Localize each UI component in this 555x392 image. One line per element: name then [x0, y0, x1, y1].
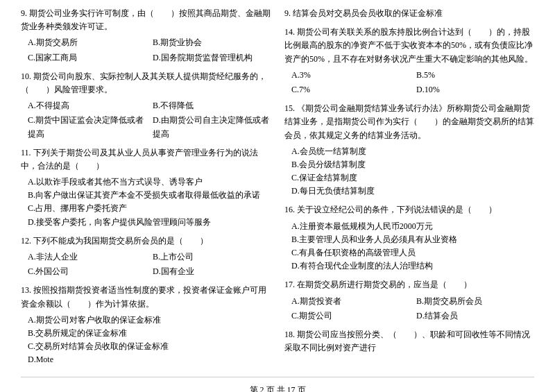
question-12-text: 12. 下列不能成为我国期货交易所会员的是（ ）	[21, 235, 271, 248]
q15-option-c: C.保证金结算制度	[291, 171, 534, 185]
page-footer: 第 2 页 共 17 页	[21, 384, 534, 393]
q16-option-c: C.有具备任职资格的高级管理人员	[291, 246, 534, 259]
page-divider	[21, 377, 534, 377]
q14-option-c: C.7%	[291, 83, 409, 96]
q11-option-c: C.占用、挪用客户委托资产	[28, 202, 271, 215]
question-13-options: A.期货公司对客户收取的保证金标准 B.交易所规定的保证金标准 C.交易所对结算…	[21, 314, 271, 367]
q9-option-a: A.期货交易所	[28, 36, 146, 49]
question-16-text: 16. 关于设立经纪公司的条件，下列说法错误的是（ ）	[284, 203, 534, 216]
left-column: 9. 期货公司业务实行许可制度，由（ ）按照其商品期货、金融期货业务种类颁发许可…	[21, 7, 271, 373]
question-9-text: 9. 期货公司业务实行许可制度，由（ ）按照其商品期货、金融期货业务种类颁发许可…	[21, 7, 271, 33]
q14-option-a: A.3%	[291, 69, 409, 82]
q13-option-d: D.Mote	[28, 353, 271, 366]
q17-option-a: A.期货投资者	[291, 295, 409, 308]
q14-option-d: D.10%	[416, 83, 534, 96]
q11-option-a: A.以欺诈手段或者其他不当方式误导、诱导客户	[28, 176, 271, 189]
question-9-right: 9. 结算会员对交易员会员收取的保证金标准	[284, 7, 534, 20]
q13-option-b: B.交易所规定的保证金标准	[28, 327, 271, 340]
question-17: 17. 在期货交易所进行期货交易的，应当是（ ） A.期货投资者 B.期货交易所…	[284, 278, 534, 323]
question-17-options: A.期货投资者 B.期货交易所会员 C.期货公司 D.结算会员	[284, 295, 534, 323]
question-10-options: A.不得提高 B.不得降低 C.期货中国证监会决定降低或者提高 D.由期货公司自…	[21, 99, 271, 141]
question-18: 18. 期货公司应当按照分类、（ ）、职龄和可回收性等不同情况采取不同比例对资产…	[284, 328, 534, 355]
question-15: 15. 《期货公司金融期货结算业务试行办法》所称期货公司金融期货结算业务，是指期…	[284, 102, 534, 198]
q13-option-a: A.期货公司对客户收取的保证金标准	[28, 314, 271, 327]
question-15-text: 15. 《期货公司金融期货结算业务试行办法》所称期货公司金融期货结算业务，是指期…	[284, 102, 534, 142]
question-11-text: 11. 下列关于期货公司及其从业人员从事资产管理业务行为的说法中，合法的是（ ）	[21, 146, 271, 173]
q16-option-d: D.有符合现代企业制度的法人治理结构	[291, 259, 534, 273]
q9-option-c: C.国家工商局	[28, 51, 146, 65]
q12-option-d: D.国有企业	[153, 265, 271, 278]
question-14: 14. 期货公司有关联关系的股东持股比例合计达到（ ）的，持股比例最高的股东的净…	[284, 26, 534, 96]
question-15-options: A.会员统一结算制度 B.会员分级结算制度 C.保证金结算制度 D.每日无负债结…	[284, 145, 534, 198]
q15-option-d: D.每日无负债结算制度	[291, 185, 534, 198]
question-12: 12. 下列不能成为我国期货交易所会员的是（ ） A.非法人企业 B.上市公司 …	[21, 235, 271, 279]
question-9-options: A.期货交易所 B.期货业协会 C.国家工商局 D.国务院期货监督管理机构	[21, 36, 271, 64]
question-10: 10. 期货公司向股东、实际控制人及其关联人提供期货经纪服务的，（ ）风险管理要…	[21, 70, 271, 141]
q10-option-b: B.不得降低	[153, 99, 271, 112]
question-13-text: 13. 按照投指期货投资者适当性制度的要求，投资者保证金账户可用资金余额以（ ）…	[21, 284, 271, 310]
question-16-options: A.注册资本最低规模为人民币2000万元 B.主要管理人员和业务人员必须具有从业…	[284, 220, 534, 273]
question-12-options: A.非法人企业 B.上市公司 C.外国公司 D.国有企业	[21, 250, 271, 278]
q10-option-a: A.不得提高	[28, 99, 146, 112]
q17-option-c: C.期货公司	[291, 309, 409, 323]
question-11: 11. 下列关于期货公司及其从业人员从事资产管理业务行为的说法中，合法的是（ ）…	[21, 146, 271, 229]
q9-option-d: D.国务院期货监督管理机构	[153, 51, 271, 65]
q11-option-b: B.向客户做出保证其资产本金不受损失或者取得最低收益的承诺	[28, 189, 271, 202]
page-container: 9. 期货公司业务实行许可制度，由（ ）按照其商品期货、金融期货业务种类颁发许可…	[21, 7, 534, 392]
question-9-right-text: 9. 结算会员对交易员会员收取的保证金标准	[284, 7, 534, 20]
page-number: 第 2 页 共 17 页	[250, 385, 306, 393]
q10-option-d: D.由期货公司自主决定降低或者提高	[153, 114, 271, 140]
question-14-text: 14. 期货公司有关联关系的股东持股比例合计达到（ ）的，持股比例最高的股东的净…	[284, 26, 534, 66]
right-column: 9. 结算会员对交易员会员收取的保证金标准 14. 期货公司有关联关系的股东持股…	[284, 7, 534, 373]
q11-option-d: D.接受客户委托，向客户提供风险管理顾问等服务	[28, 216, 271, 229]
q14-option-b: B.5%	[416, 69, 534, 82]
question-18-text: 18. 期货公司应当按照分类、（ ）、职龄和可回收性等不同情况采取不同比例对资产…	[284, 328, 534, 355]
q17-option-d: D.结算会员	[416, 309, 534, 323]
question-14-options: A.3% B.5% C.7% D.10%	[284, 69, 534, 96]
question-11-options: A.以欺诈手段或者其他不当方式误导、诱导客户 B.向客户做出保证其资产本金不受损…	[21, 176, 271, 229]
q10-option-c: C.期货中国证监会决定降低或者提高	[28, 114, 146, 140]
q16-option-a: A.注册资本最低规模为人民币2000万元	[291, 220, 534, 233]
q9-option-b: B.期货业协会	[153, 36, 271, 49]
question-16: 16. 关于设立经纪公司的条件，下列说法错误的是（ ） A.注册资本最低规模为人…	[284, 203, 534, 273]
q16-option-b: B.主要管理人员和业务人员必须具有从业资格	[291, 233, 534, 246]
q15-option-b: B.会员分级结算制度	[291, 158, 534, 171]
q15-option-a: A.会员统一结算制度	[291, 145, 534, 158]
main-content: 9. 期货公司业务实行许可制度，由（ ）按照其商品期货、金融期货业务种类颁发许可…	[21, 7, 534, 373]
q17-option-b: B.期货交易所会员	[416, 295, 534, 308]
question-13: 13. 按照投指期货投资者适当性制度的要求，投资者保证金账户可用资金余额以（ ）…	[21, 284, 271, 366]
q12-option-a: A.非法人企业	[28, 250, 146, 264]
question-17-text: 17. 在期货交易所进行期货交易的，应当是（ ）	[284, 278, 534, 291]
q12-option-c: C.外国公司	[28, 265, 146, 278]
q12-option-b: B.上市公司	[153, 250, 271, 264]
question-10-text: 10. 期货公司向股东、实际控制人及其关联人提供期货经纪服务的，（ ）风险管理要…	[21, 70, 271, 96]
q13-option-c: C.交易所对结算会员收取的保证金标准	[28, 340, 271, 353]
question-9: 9. 期货公司业务实行许可制度，由（ ）按照其商品期货、金融期货业务种类颁发许可…	[21, 7, 271, 65]
